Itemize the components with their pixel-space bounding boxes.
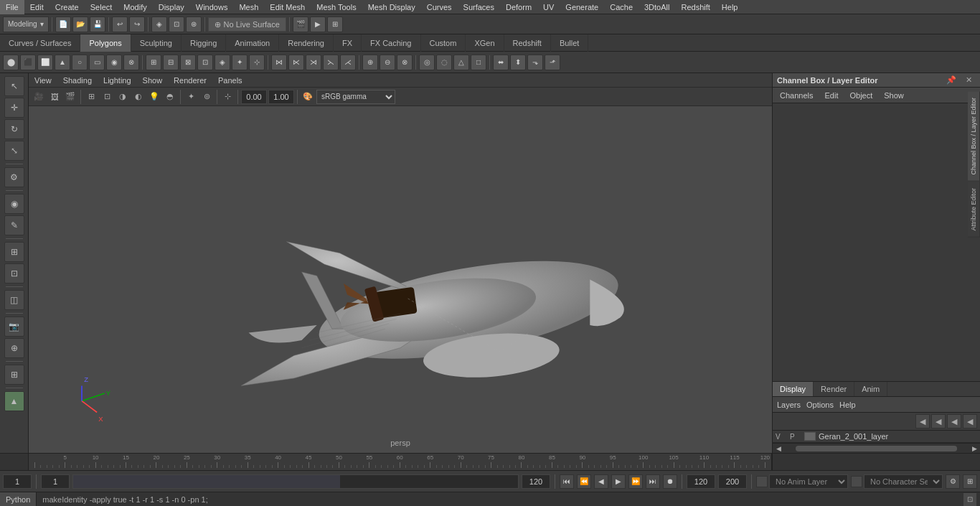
attribute-editor-tab[interactable]: Attribute Editor bbox=[968, 182, 980, 238]
anim-layer-select[interactable]: No Anim Layer bbox=[769, 474, 848, 489]
menu-file[interactable]: File bbox=[0, 0, 24, 14]
layer-tab-render[interactable]: Render bbox=[814, 382, 854, 396]
vp-light-btn[interactable]: 💡 bbox=[147, 90, 161, 104]
play-fwd-btn[interactable]: ▶ bbox=[611, 474, 626, 489]
layer-row[interactable]: V P Geran_2_001_layer bbox=[773, 431, 980, 443]
scrollbar-track[interactable] bbox=[796, 446, 957, 451]
animation-range-bar[interactable] bbox=[72, 474, 519, 489]
vp-shaded-btn[interactable]: ◑ bbox=[116, 90, 130, 104]
menu-mesh-tools[interactable]: Mesh Tools bbox=[311, 0, 362, 14]
mirror-btn[interactable]: ⬌ bbox=[493, 55, 509, 70]
record-btn[interactable]: ⏺ bbox=[663, 474, 677, 489]
offset-loop-btn[interactable]: ⋌ bbox=[340, 55, 356, 70]
scale-tool-btn[interactable]: ⤡ bbox=[4, 141, 24, 161]
tab-rigging[interactable]: Rigging bbox=[182, 34, 226, 52]
mode-selector[interactable]: Modeling ▾ bbox=[3, 17, 49, 32]
display-btn[interactable]: ▲ bbox=[4, 391, 24, 411]
render2-btn[interactable]: ▶ bbox=[310, 17, 326, 32]
ch-menu-object[interactable]: Object bbox=[847, 91, 875, 100]
menu-mesh[interactable]: Mesh bbox=[233, 0, 264, 14]
viewport[interactable]: Y X Z persp bbox=[29, 106, 772, 453]
play-back-btn[interactable]: ◀ bbox=[594, 474, 608, 489]
lsm-options[interactable]: Options bbox=[806, 400, 834, 409]
combine-btn[interactable]: ⬍ bbox=[510, 55, 526, 70]
vp-texture-btn[interactable]: ◐ bbox=[131, 90, 146, 104]
wedge-btn[interactable]: ◈ bbox=[215, 55, 230, 70]
tab-custom[interactable]: Custom bbox=[421, 34, 466, 52]
current-frame-input[interactable] bbox=[3, 474, 32, 489]
cone-btn[interactable]: ▲ bbox=[55, 55, 70, 70]
menu-mesh-display[interactable]: Mesh Display bbox=[362, 0, 421, 14]
select-mode-btn[interactable]: ◈ bbox=[151, 17, 167, 32]
vp-isolate-btn[interactable]: ⊚ bbox=[199, 90, 214, 104]
snap-grid-btn[interactable]: ⊞ bbox=[4, 242, 24, 262]
step-back-btn[interactable]: ⏪ bbox=[577, 474, 591, 489]
merge-btn[interactable]: ⊕ bbox=[362, 55, 378, 70]
timeline-track[interactable]: 5101520253035404550556065707580859095100… bbox=[29, 454, 772, 470]
total-end-input[interactable] bbox=[718, 474, 747, 489]
anim-extra-btn[interactable]: ⊞ bbox=[963, 474, 977, 489]
tab-bullet[interactable]: Bullet bbox=[551, 34, 589, 52]
pin-btn[interactable]: 📌 bbox=[944, 73, 958, 88]
quick-layout-btn[interactable]: ⊞ bbox=[4, 365, 24, 385]
bridge-btn[interactable]: ⊟ bbox=[163, 55, 179, 70]
vp-cam-btn[interactable]: 🎥 bbox=[32, 90, 46, 104]
vp-menu-lighting[interactable]: Lighting bbox=[98, 73, 137, 88]
ch-menu-edit[interactable]: Edit bbox=[821, 91, 841, 100]
go-to-start-btn[interactable]: ⏮ bbox=[560, 474, 574, 489]
vp-menu-renderer[interactable]: Renderer bbox=[168, 73, 212, 88]
no-live-surface-badge[interactable]: ⊕ No Live Surface bbox=[208, 17, 286, 32]
menu-curves[interactable]: Curves bbox=[421, 0, 458, 14]
last-tool-btn[interactable]: ⚙ bbox=[4, 167, 24, 187]
tab-rendering[interactable]: Rendering bbox=[279, 34, 334, 52]
step-fwd-btn[interactable]: ⏩ bbox=[628, 474, 643, 489]
isolate-btn[interactable]: ◫ bbox=[4, 290, 24, 310]
select-tool-btn[interactable]: ↖ bbox=[4, 76, 24, 96]
scrollbar-thumb[interactable] bbox=[796, 446, 957, 451]
anim-settings-btn[interactable]: ⚙ bbox=[946, 474, 960, 489]
menu-cache[interactable]: Cache bbox=[604, 0, 639, 14]
extrude-btn[interactable]: ⊞ bbox=[146, 55, 161, 70]
triangulate-btn[interactable]: △ bbox=[453, 55, 469, 70]
tab-redshift[interactable]: Redshift bbox=[504, 34, 551, 52]
undo-btn[interactable]: ↩ bbox=[112, 17, 128, 32]
quadrangulate-btn[interactable]: □ bbox=[471, 55, 486, 70]
render-btn[interactable]: 🎬 bbox=[293, 17, 308, 32]
tab-sculpting[interactable]: Sculpting bbox=[131, 34, 182, 52]
soft-sel-btn[interactable]: ◉ bbox=[4, 194, 24, 214]
sphere-btn[interactable]: ⬤ bbox=[3, 55, 19, 70]
menu-display[interactable]: Display bbox=[153, 0, 190, 14]
go-to-end-btn[interactable]: ⏭ bbox=[646, 474, 660, 489]
menu-uv[interactable]: UV bbox=[537, 0, 560, 14]
anim-layer-icon[interactable] bbox=[756, 476, 768, 487]
vp-orient-btn[interactable]: ⊹ bbox=[220, 90, 235, 104]
layer-tab-display[interactable]: Display bbox=[773, 382, 814, 396]
range-end-input[interactable] bbox=[522, 474, 550, 489]
menu-redshift[interactable]: Redshift bbox=[675, 0, 715, 14]
disk-btn[interactable]: ◉ bbox=[106, 55, 122, 70]
menu-create[interactable]: Create bbox=[50, 0, 85, 14]
layer-remove-btn[interactable]: ◀ bbox=[931, 414, 946, 428]
lsm-layers[interactable]: Layers bbox=[777, 400, 801, 409]
snap-curve-btn[interactable]: ⊡ bbox=[4, 263, 24, 284]
char-set-icon[interactable] bbox=[851, 476, 862, 487]
booleans-btn[interactable]: ⬏ bbox=[545, 55, 560, 70]
quad-draw-btn[interactable]: ⊹ bbox=[249, 55, 265, 70]
timeline-ruler[interactable]: 5101520253035404550556065707580859095100… bbox=[0, 453, 980, 470]
vp-menu-show[interactable]: Show bbox=[137, 73, 169, 88]
vp-grid-btn[interactable]: ⊞ bbox=[84, 90, 98, 104]
cube-btn[interactable]: ⬛ bbox=[20, 55, 36, 70]
playback-end-input[interactable] bbox=[687, 474, 715, 489]
channel-box-tab[interactable]: Channel Box / Layer Editor bbox=[968, 92, 980, 182]
menu-edit-mesh[interactable]: Edit Mesh bbox=[264, 0, 311, 14]
tab-polygons[interactable]: Polygons bbox=[80, 34, 131, 52]
separate-btn[interactable]: ⬎ bbox=[527, 55, 543, 70]
insert-loop-btn[interactable]: ⋋ bbox=[323, 55, 339, 70]
menu-3dtool[interactable]: 3DtoAll bbox=[639, 0, 675, 14]
layer-h-scrollbar[interactable]: ◀ ▶ bbox=[773, 443, 980, 453]
rotate-tool-btn[interactable]: ↻ bbox=[4, 119, 24, 139]
vp-wire-btn[interactable]: ⊡ bbox=[100, 90, 114, 104]
layer-color-swatch[interactable] bbox=[804, 432, 816, 441]
smooth-btn[interactable]: ◎ bbox=[419, 55, 435, 70]
menu-windows[interactable]: Windows bbox=[190, 0, 234, 14]
